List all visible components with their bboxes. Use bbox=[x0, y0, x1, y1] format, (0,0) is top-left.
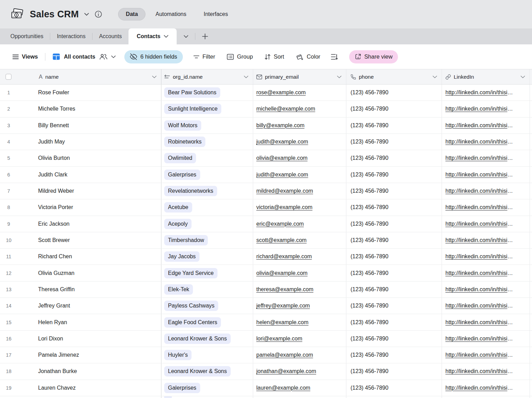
org-chip[interactable]: Timbershadow bbox=[164, 235, 208, 245]
cell-email[interactable]: judith@example.com bbox=[253, 167, 346, 183]
row-number-cell[interactable]: 19 bbox=[0, 380, 35, 396]
cell-name[interactable]: Judith May bbox=[35, 134, 161, 150]
email-link[interactable]: michelle@example.com bbox=[256, 106, 315, 112]
cell-phone[interactable]: (123) 456-7890 bbox=[346, 167, 442, 183]
org-chip[interactable]: Robinetworks bbox=[164, 137, 205, 147]
cell-linkedin[interactable]: http://linkedin.com/in/thisi… bbox=[442, 298, 530, 314]
email-link[interactable]: scott@example.com bbox=[256, 237, 307, 243]
cell-email[interactable]: olivia@example.com bbox=[253, 150, 346, 166]
cell-name[interactable]: Mildred Weber bbox=[35, 183, 161, 199]
row-number-cell[interactable]: 8 bbox=[0, 199, 35, 215]
cell-linkedin[interactable] bbox=[442, 396, 530, 398]
cell-linkedin[interactable]: http://linkedin.com/in/thisi… bbox=[442, 363, 530, 379]
org-chip[interactable]: Huyler's bbox=[164, 350, 192, 360]
chevron-down-icon[interactable] bbox=[244, 76, 248, 78]
cell-linkedin[interactable]: http://linkedin.com/in/thisi… bbox=[442, 265, 530, 281]
linkedin-link[interactable]: http://linkedin.com/in/thisi bbox=[445, 106, 507, 112]
org-chip[interactable]: Owlimited bbox=[164, 153, 196, 163]
cell-org[interactable]: Sunlight Intelligence bbox=[161, 101, 253, 117]
cell-linkedin[interactable]: http://linkedin.com/in/thisi… bbox=[442, 282, 530, 297]
linkedin-link[interactable]: http://linkedin.com/in/thisi bbox=[445, 385, 507, 391]
cell-linkedin[interactable]: http://linkedin.com/in/thisi… bbox=[442, 331, 530, 347]
linkedin-link[interactable]: http://linkedin.com/in/thisi bbox=[445, 336, 507, 342]
cell-name[interactable]: Eric Jackson bbox=[35, 216, 161, 232]
table-tab-opportunities[interactable]: Opportunities bbox=[10, 33, 43, 40]
cell-linkedin[interactable]: http://linkedin.com/in/thisi… bbox=[442, 183, 530, 199]
org-chip[interactable] bbox=[164, 396, 172, 398]
row-number-cell[interactable]: 10 bbox=[0, 232, 35, 248]
cell-email[interactable]: rose@example.com bbox=[253, 85, 346, 101]
cell-name[interactable]: Lauren Chavez bbox=[35, 380, 161, 396]
linkedin-link[interactable]: http://linkedin.com/in/thisi bbox=[445, 188, 507, 194]
cell-linkedin[interactable]: http://linkedin.com/in/thisi… bbox=[442, 167, 530, 183]
group-button[interactable]: Group bbox=[227, 53, 253, 60]
cell-org[interactable]: Acetube bbox=[161, 199, 253, 215]
linkedin-link[interactable]: http://linkedin.com/in/thisi bbox=[445, 237, 507, 243]
cell-email[interactable]: olivia@example.com bbox=[253, 265, 346, 281]
cell-linkedin[interactable]: http://linkedin.com/in/thisi… bbox=[442, 199, 530, 215]
cell-org[interactable]: Galerprises bbox=[161, 167, 253, 183]
cell-email[interactable]: jonathan@example.com bbox=[253, 363, 346, 379]
filter-button[interactable]: Filter bbox=[193, 53, 215, 60]
table-tab-interactions[interactable]: Interactions bbox=[57, 33, 86, 40]
cell-email[interactable]: judith@example.com bbox=[253, 134, 346, 150]
linkedin-link[interactable]: http://linkedin.com/in/thisi bbox=[445, 89, 507, 96]
linkedin-link[interactable]: http://linkedin.com/in/thisi bbox=[445, 303, 507, 309]
email-link[interactable]: pamela@example.com bbox=[256, 352, 313, 358]
column-header-org[interactable]: org_id.name bbox=[161, 69, 253, 84]
row-number-cell[interactable] bbox=[0, 396, 35, 398]
cell-org[interactable]: Eagle Food Centers bbox=[161, 314, 253, 330]
cell-phone[interactable]: (123) 456-7890 bbox=[346, 85, 442, 101]
row-number-cell[interactable]: 4 bbox=[0, 134, 35, 150]
cell-phone[interactable]: (123) 456-7890 bbox=[346, 298, 442, 314]
cell-linkedin[interactable]: http://linkedin.com/in/thisi… bbox=[442, 380, 530, 396]
org-chip[interactable]: Revelationetworks bbox=[164, 186, 217, 196]
row-number-cell[interactable]: 7 bbox=[0, 183, 35, 199]
org-chip[interactable]: Galerprises bbox=[164, 383, 200, 393]
cell-org[interactable]: Robinetworks bbox=[161, 134, 253, 150]
chevron-down-icon[interactable] bbox=[337, 76, 342, 78]
org-chip[interactable]: Leonard Krower & Sons bbox=[164, 366, 231, 377]
cell-email[interactable]: billy@example.com bbox=[253, 118, 346, 133]
org-chip[interactable]: Galerprises bbox=[164, 170, 200, 180]
row-number-cell[interactable]: 3 bbox=[0, 118, 35, 133]
column-header-name[interactable]: A name bbox=[35, 69, 161, 84]
sort-button[interactable]: Sort bbox=[265, 53, 284, 60]
email-link[interactable]: lauren@example.com bbox=[256, 385, 310, 391]
org-chip[interactable]: Payless Cashways bbox=[164, 301, 218, 311]
cell-linkedin[interactable]: http://linkedin.com/in/thisi… bbox=[442, 134, 530, 150]
org-chip[interactable]: Acetube bbox=[164, 202, 192, 213]
cell-email[interactable]: mildred@example.com bbox=[253, 183, 346, 199]
column-header-primary-email[interactable]: primary_email bbox=[253, 69, 346, 84]
tab-list-chevron-icon[interactable] bbox=[184, 35, 188, 38]
cell-linkedin[interactable]: http://linkedin.com/in/thisi… bbox=[442, 118, 530, 133]
cell-linkedin[interactable]: http://linkedin.com/in/thisi… bbox=[442, 232, 530, 248]
cell-name[interactable]: Jeffrey Grant bbox=[35, 298, 161, 314]
cell-phone[interactable]: (123) 456-7890 bbox=[346, 183, 442, 199]
email-link[interactable]: billy@example.com bbox=[256, 122, 304, 129]
add-table-button plus-icon[interactable] bbox=[202, 33, 208, 40]
cell-email[interactable]: richard@example.com bbox=[253, 249, 346, 265]
table-tab-contacts[interactable]: Contacts bbox=[128, 28, 177, 44]
cell-phone[interactable]: (123) 456-7890 bbox=[346, 363, 442, 379]
cell-email[interactable]: theresa@example.com bbox=[253, 282, 346, 297]
cell-linkedin[interactable]: http://linkedin.com/in/thisi… bbox=[442, 216, 530, 232]
row-number-cell[interactable]: 9 bbox=[0, 216, 35, 232]
cell-email[interactable]: helen@example.com bbox=[253, 314, 346, 330]
column-header-linkedin[interactable]: LinkedIn bbox=[442, 69, 530, 84]
cell-org[interactable]: Timbershadow bbox=[161, 232, 253, 248]
cell-phone[interactable]: (123) 456-7890 bbox=[346, 331, 442, 347]
cell-phone[interactable]: (123) 456-7890 bbox=[346, 314, 442, 330]
nav-tab-automations[interactable]: Automations bbox=[148, 8, 194, 20]
cell-name[interactable]: Theresa Griffin bbox=[35, 282, 161, 297]
cell-name[interactable] bbox=[35, 396, 161, 398]
chevron-down-icon[interactable] bbox=[521, 76, 525, 78]
email-link[interactable]: richard@example.com bbox=[256, 253, 312, 260]
linkedin-link[interactable]: http://linkedin.com/in/thisi bbox=[445, 319, 507, 326]
cell-phone[interactable]: (123) 456-7890 bbox=[346, 265, 442, 281]
email-link[interactable]: jonathan@example.com bbox=[256, 368, 316, 374]
row-number-cell[interactable]: 1 bbox=[0, 85, 35, 101]
cell-name[interactable]: Pamela Jimenez bbox=[35, 347, 161, 363]
select-all-checkbox[interactable] bbox=[6, 74, 11, 80]
cell-email[interactable]: michelle@example.com bbox=[253, 101, 346, 117]
